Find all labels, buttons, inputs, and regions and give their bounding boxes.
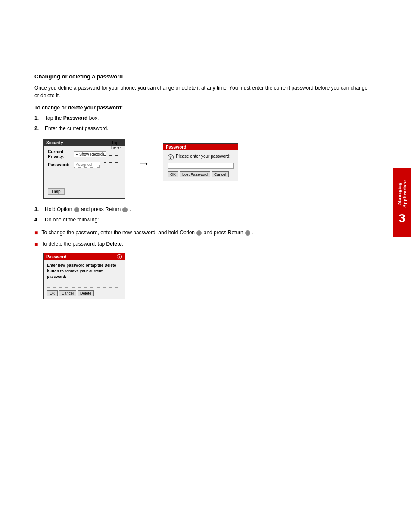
delete-bold: Delete [106,241,122,247]
step-3: 3. Hold Option and press Return . [34,205,372,213]
field-label-privacy: Privacy: [48,154,65,159]
field-label-current: CurrentPrivacy: [48,149,74,159]
assigned-text: Assigned [76,162,92,167]
return-icon-bullet [245,230,250,236]
procedure-heading: To change or delete your password: [34,105,372,111]
bullet-text-2: To delete the password, tap Delete. [41,240,123,248]
lost-password-button[interactable]: Lost Password [180,171,210,177]
step-num: 1. [34,114,41,122]
arrow-container: → [138,156,150,170]
password-field-value[interactable]: Assigned [74,162,100,168]
privacy-dropdown[interactable]: ▼ Show Records [74,151,106,157]
numbered-steps: 1. Tap the Password box. 2. Enter the cu… [34,114,372,132]
tap-target-area[interactable] [104,155,121,163]
step-num-4: 4. [34,216,41,224]
password-dialog-2-content: Enter new password or tap the Delete but… [44,260,125,299]
password-input-field[interactable] [168,163,234,169]
password-dialog-2-input[interactable] [47,282,121,288]
field-label-password: Password: [48,162,74,167]
info-icon: i [117,254,122,259]
step-4: 4. Do one of the following: [34,216,372,224]
bullet-icon-1: ■ [34,229,38,236]
password-dialog-1: Password ? Please enter your password: O… [163,143,238,181]
spacer: Help [48,185,120,195]
numbered-steps-2: 3. Hold Option and press Return . 4. Do … [34,205,372,224]
step-2: 2. Enter the current password. [34,124,372,132]
password-dialog-2: Password i Enter new password or tap the… [43,253,125,299]
security-dialog-content: CurrentPrivacy: ▼ Show Records Password:… [44,146,125,198]
delete-button[interactable]: Delete [78,290,94,296]
section-heading: Changing or deleting a password [34,73,372,80]
dialog-illustration: Security CurrentPrivacy: ▼ Show Records … [43,139,372,199]
page: ManagingApplications 3 Changing or delet… [0,73,411,532]
bullet-item-1: ■ To change the password, enter the new … [34,229,372,236]
password-dialog-1-content: ? Please enter your password: OK Lost Pa… [163,150,238,181]
main-content: Changing or deleting a password Once you… [34,73,381,299]
step-text: Enter the current password. [45,124,108,132]
arrow-icon: → [138,156,150,170]
dialog-buttons-1: OK Lost Password Cancel [168,171,234,177]
bullet-item-2: ■ To delete the password, tap Delete. [34,240,372,248]
chapter-tab-text: ManagingApplications [396,180,408,208]
password-dialog-2-title: Password [46,255,66,259]
return-icon-3 [122,207,128,212]
option-icon-3 [74,207,79,212]
bullet-text-1: To change the password, enter the new pa… [41,229,253,236]
cancel-button-2[interactable]: Cancel [59,290,76,296]
ok-button-2[interactable]: OK [47,290,58,296]
dropdown-arrow-icon: ▼ [75,153,78,156]
question-text: Please enter your password: [176,154,230,159]
chapter-tab: ManagingApplications 3 [393,168,411,237]
step-1: 1. Tap the Password box. [34,114,372,122]
step-3-text: Hold Option and press Return . [45,205,131,213]
bullet-list: ■ To change the password, enter the new … [34,229,372,248]
security-dialog-wrapper: Security CurrentPrivacy: ▼ Show Records … [43,139,125,199]
dialog-buttons-2: OK Cancel Delete [47,290,121,296]
privacy-value: Show Records [79,152,105,156]
ok-button-1[interactable]: OK [168,171,178,177]
step-num: 2. [34,124,41,132]
password-dialog-2-titlebar: Password i [44,253,125,260]
help-button[interactable]: Help [48,188,65,195]
step-4-text: Do one of the following: [45,216,99,224]
cancel-button-1[interactable]: Cancel [212,171,229,177]
question-icon: ? [168,154,174,160]
step-num-3: 3. [34,205,41,213]
step-text: Tap the Password box. [45,114,99,122]
option-icon-bullet [196,230,202,236]
bullet-icon-2: ■ [34,240,38,248]
question-row: ? Please enter your password: [168,154,234,160]
password-dialog-2-desc: Enter new password or tap the Delete but… [47,263,121,279]
chapter-number: 3 [399,212,405,225]
password-dialog-1-title: Password [163,144,238,150]
intro-paragraph: Once you define a password for your phon… [34,84,372,100]
tap-here-label: Tap here [111,140,125,150]
